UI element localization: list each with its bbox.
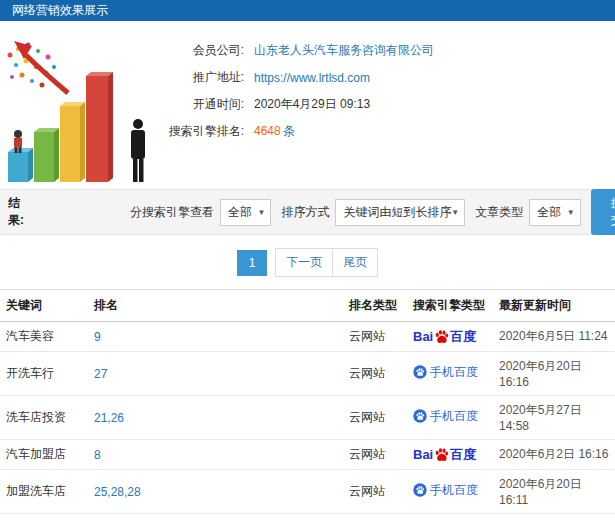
sort-select[interactable]: 关键词由短到长排序▼ — [335, 199, 465, 226]
time-cell: 2020年6月2日 16:16 — [493, 440, 615, 470]
open-time-value: 2020年4月29日 09:13 — [254, 96, 370, 113]
engine-filter-label: 分搜索引擎查看 — [130, 204, 214, 221]
col-rank: 排名 — [88, 290, 343, 322]
rank-type-cell: 云网站 — [343, 470, 407, 514]
page-current[interactable]: 1 — [237, 250, 268, 276]
keyword-cell: 洗车赚钱吗 — [0, 514, 88, 520]
table-row: 汽车加盟店8云网站Bai百度2020年6月2日 16:16 — [0, 440, 615, 470]
engine-cell: Bai百度 — [407, 322, 493, 352]
engine-cell: 手机百度 — [407, 514, 493, 520]
results-table: 关键词 排名 排名类型 搜索引擎类型 最新更新时间 汽车美容9云网站Bai百度2… — [0, 289, 615, 520]
baidu-paw-icon — [434, 329, 449, 344]
result-label: 结果: — [8, 195, 24, 229]
baidu-paw-icon — [434, 447, 449, 462]
member-company-link[interactable]: 山东老人头汽车服务咨询有限公司 — [254, 42, 434, 59]
mobile-baidu-icon — [413, 365, 427, 379]
table-row: 汽车美容9云网站Bai百度2020年6月5日 11:24 — [0, 322, 615, 352]
keyword-cell: 汽车加盟店 — [0, 440, 88, 470]
engine-filter-value: 全部 — [228, 205, 252, 219]
rank-cell: 27 — [88, 352, 343, 396]
rank-cell: 8 — [88, 440, 343, 470]
chevron-down-icon: ▼ — [451, 208, 459, 217]
info-row-url: 推广地址: https://www.lrtlsd.com — [148, 64, 434, 91]
mobile-baidu-logo: 手机百度 — [413, 365, 478, 379]
time-cell: 2020年5月27日 14:58 — [493, 396, 615, 440]
growth-chart-illustration — [2, 27, 170, 187]
table-row: 洗车赚钱吗30云网站手机百度2020年6月20日 16:12 — [0, 514, 615, 520]
ranking-count-unit: 条 — [283, 124, 295, 138]
rank-type-cell: 云网站 — [343, 396, 407, 440]
table-row: 加盟洗车店25,28,28云网站手机百度2020年6月20日 16:11 — [0, 470, 615, 514]
info-row-ranking-count: 搜索引擎排名: 4648条 — [148, 118, 434, 145]
keyword-cell: 加盟洗车店 — [0, 470, 88, 514]
info-label: 推广地址: — [148, 69, 244, 86]
sort-select-value: 关键词由短到长排序 — [343, 205, 451, 219]
engine-cell: 手机百度 — [407, 396, 493, 440]
rank-cell: 9 — [88, 322, 343, 352]
mobile-baidu-logo: 手机百度 — [413, 483, 478, 497]
rank-type-cell: 云网站 — [343, 514, 407, 520]
engine-filter-select[interactable]: 全部▼ — [220, 199, 271, 226]
col-update-time: 最新更新时间 — [493, 290, 615, 322]
rank-type-cell: 云网站 — [343, 352, 407, 396]
baidu-logo: Bai百度 — [413, 447, 476, 462]
type-select-value: 全部 — [537, 205, 561, 219]
baidu-logo: Bai百度 — [413, 329, 476, 344]
info-row-company: 会员公司: 山东老人头汽车服务咨询有限公司 — [148, 37, 434, 64]
col-keyword: 关键词 — [0, 290, 88, 322]
time-cell: 2020年6月20日 16:11 — [493, 470, 615, 514]
rank-link[interactable]: 21,26 — [94, 411, 124, 425]
filter-bar: 结果: 分搜索引擎查看 全部▼ 排序方式 关键词由短到长排序▼ 文章类型 全部▼… — [0, 189, 615, 235]
keyword-cell: 汽车美容 — [0, 322, 88, 352]
info-label: 开通时间: — [148, 96, 244, 113]
chevron-down-icon: ▼ — [257, 208, 265, 217]
ranking-count-value: 4648条 — [254, 123, 295, 140]
engine-cell: 手机百度 — [407, 352, 493, 396]
rank-type-cell: 云网站 — [343, 440, 407, 470]
ranking-count-number: 4648 — [254, 124, 281, 138]
rank-link[interactable]: 9 — [94, 330, 101, 344]
col-rank-type: 排名类型 — [343, 290, 407, 322]
engine-cell: 手机百度 — [407, 470, 493, 514]
engine-cell: Bai百度 — [407, 440, 493, 470]
rank-type-cell: 云网站 — [343, 322, 407, 352]
mobile-baidu-icon — [413, 409, 427, 423]
scatter-dots-decoration — [8, 43, 57, 88]
col-engine-type: 搜索引擎类型 — [407, 290, 493, 322]
time-cell: 2020年6月20日 16:12 — [493, 514, 615, 520]
rank-link[interactable]: 8 — [94, 448, 101, 462]
keyword-cell: 开洗车行 — [0, 352, 88, 396]
rank-link[interactable]: 27 — [94, 367, 107, 381]
rank-link[interactable]: 25,28,28 — [94, 485, 141, 499]
type-filter-label: 文章类型 — [475, 204, 523, 221]
pagination: 1 下一页 尾页 — [0, 235, 615, 289]
page-header: 网络营销效果展示 — [0, 0, 615, 21]
submit-button[interactable]: 提交 — [591, 189, 615, 235]
table-row: 开洗车行27云网站手机百度2020年6月20日 16:16 — [0, 352, 615, 396]
keyword-cell: 洗车店投资 — [0, 396, 88, 440]
member-info: 会员公司: 山东老人头汽车服务咨询有限公司 推广地址: https://www.… — [148, 37, 434, 145]
mobile-baidu-logo: 手机百度 — [413, 409, 478, 423]
top-section: 会员公司: 山东老人头汽车服务咨询有限公司 推广地址: https://www.… — [0, 21, 615, 189]
rank-cell: 25,28,28 — [88, 470, 343, 514]
table-header-row: 关键词 排名 排名类型 搜索引擎类型 最新更新时间 — [0, 290, 615, 322]
table-row: 洗车店投资21,26云网站手机百度2020年5月27日 14:58 — [0, 396, 615, 440]
type-select[interactable]: 全部▼ — [529, 199, 580, 226]
businessman-figure — [131, 119, 145, 182]
info-row-open-time: 开通时间: 2020年4月29日 09:13 — [148, 91, 434, 118]
promotion-url-link[interactable]: https://www.lrtlsd.com — [254, 71, 370, 85]
results-table-body: 汽车美容9云网站Bai百度2020年6月5日 11:24开洗车行27云网站手机百… — [0, 322, 615, 520]
page-title: 网络营销效果展示 — [12, 3, 108, 17]
chevron-down-icon: ▼ — [567, 208, 575, 217]
page-next[interactable]: 下一页 — [275, 248, 333, 277]
time-cell: 2020年6月5日 11:24 — [493, 322, 615, 352]
page-last[interactable]: 尾页 — [333, 248, 378, 277]
mobile-baidu-icon — [413, 483, 427, 497]
time-cell: 2020年6月20日 16:16 — [493, 352, 615, 396]
info-label: 会员公司: — [148, 42, 244, 59]
rank-cell: 30 — [88, 514, 343, 520]
rank-cell: 21,26 — [88, 396, 343, 440]
sort-filter-label: 排序方式 — [281, 204, 329, 221]
info-label: 搜索引擎排名: — [148, 123, 244, 140]
filter-controls: 分搜索引擎查看 全部▼ 排序方式 关键词由短到长排序▼ 文章类型 全部▼ 提交 — [120, 189, 615, 235]
